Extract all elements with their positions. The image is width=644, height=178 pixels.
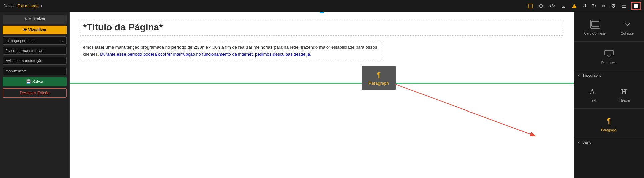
widget-text[interactable]: A Text <box>586 83 600 105</box>
page-text: emos fazer uma manutenção programada no … <box>80 41 382 61</box>
undo-button[interactable]: Desfazer Edição <box>3 88 67 98</box>
paragraph-tooltip: ¶ Paragraph <box>362 66 396 90</box>
typography-section-label: Typography <box>582 73 601 77</box>
widget-section-top: Card Container Collapse <box>574 12 644 42</box>
widget-row-1: Card Container Collapse <box>577 15 641 38</box>
device-label: Device <box>3 4 16 8</box>
main-layout: ∧ Minimizar 👁 Vizualizar tpl-page-post.h… <box>0 12 644 178</box>
collapse-label: Collapse <box>621 32 634 35</box>
svg-rect-12 <box>605 50 613 55</box>
paragraph-label: Paragraph <box>601 128 617 132</box>
widget-dropdown[interactable]: Dropdown <box>601 45 617 68</box>
svg-rect-2 <box>574 5 574 7</box>
svg-text:A: A <box>590 87 595 96</box>
basic-section-header[interactable]: ▼ Basic <box>574 138 644 146</box>
grid-icon[interactable] <box>631 2 641 10</box>
widget-collapse[interactable]: Collapse <box>621 15 634 38</box>
highlighted-text: Durante esse período poderá ocorrer inte… <box>100 52 311 57</box>
title-field[interactable]: Aviso de manututeção <box>3 57 67 65</box>
square-icon[interactable] <box>528 3 533 9</box>
basic-caret-icon: ▼ <box>577 141 580 144</box>
widget-section-dropdown: Dropdown <box>574 42 644 71</box>
left-panel: ∧ Minimizar 👁 Vizualizar tpl-page-post.h… <box>0 12 70 178</box>
card-container-icon <box>589 18 602 30</box>
right-panel: Card Container Collapse <box>574 12 644 178</box>
paragraph-icon: ¶ <box>602 115 615 127</box>
paragraph-tooltip-label: Paragraph <box>368 81 389 86</box>
canvas-top-indicator <box>320 12 324 13</box>
device-value: Extra Large <box>18 4 39 8</box>
widget-row-typography: A Text H Header <box>577 83 641 105</box>
widget-paragraph[interactable]: ¶ Paragraph <box>601 112 617 135</box>
typography-section-header[interactable]: ▼ Typography <box>574 71 644 79</box>
canvas-area: *Título da Página* emos fazer uma manute… <box>70 12 574 178</box>
keyword-field[interactable]: manutenção <box>3 67 67 75</box>
svg-line-9 <box>382 79 536 136</box>
svg-rect-11 <box>592 21 599 26</box>
save-button[interactable]: 💾 Salvar <box>3 77 67 86</box>
header-label: Header <box>619 99 630 102</box>
svg-rect-0 <box>528 4 532 8</box>
settings-icon[interactable]: ⚙ <box>611 3 616 9</box>
dropdown-label: Dropdown <box>601 61 617 65</box>
dropdown-icon <box>602 48 616 60</box>
widget-card-container[interactable]: Card Container <box>584 15 607 38</box>
basic-section-label: Basic <box>582 140 591 144</box>
top-toolbar: Device Extra Large ▾ </> ↺ ↻ ✏ ⚙ ☰ <box>0 0 644 12</box>
device-selector[interactable]: Device Extra Large ▾ <box>3 4 42 8</box>
toolbar-icons: </> ↺ ↻ ✏ ⚙ ☰ <box>528 2 641 10</box>
paragraph-tooltip-icon: ¶ <box>368 71 389 79</box>
svg-rect-3 <box>574 7 574 7</box>
text-icon: A <box>586 85 600 97</box>
svg-text:H: H <box>621 87 627 96</box>
widget-section-typography: A Text H Header <box>574 79 644 109</box>
page-title: *Título da Página* <box>80 19 563 36</box>
minimize-button[interactable]: ∧ Minimizar <box>3 15 67 24</box>
device-arrow-icon: ▾ <box>41 4 42 8</box>
card-container-label: Card Container <box>584 32 607 35</box>
hamburger-icon[interactable]: ☰ <box>621 3 626 9</box>
svg-rect-6 <box>634 6 636 8</box>
header-icon: H <box>618 85 632 97</box>
svg-rect-4 <box>634 4 636 6</box>
collapse-icon <box>621 18 634 30</box>
green-divider-line <box>70 83 574 84</box>
download-icon[interactable] <box>561 3 566 9</box>
widget-header[interactable]: H Header <box>618 83 632 105</box>
widget-row-paragraph: ¶ Paragraph <box>577 112 641 135</box>
url-field[interactable]: /aviso-de-manututecao <box>3 47 67 55</box>
typography-caret-icon: ▼ <box>577 74 580 77</box>
svg-rect-5 <box>636 4 638 6</box>
text-label: Text <box>590 99 596 102</box>
undo-icon[interactable]: ↺ <box>582 3 587 9</box>
move-icon[interactable] <box>538 3 544 9</box>
page-text-content: emos fazer uma manutenção programada no … <box>83 45 377 57</box>
redo-icon[interactable]: ↻ <box>592 3 596 9</box>
widget-section-paragraph: ¶ Paragraph <box>574 109 644 138</box>
warning-icon[interactable] <box>572 3 577 9</box>
template-field[interactable]: tpl-page-post.html ⌄ <box>3 36 67 45</box>
canvas-content: *Título da Página* emos fazer uma manute… <box>70 12 574 68</box>
preview-button[interactable]: 👁 Vizualizar <box>3 26 67 34</box>
svg-rect-1 <box>562 7 565 8</box>
svg-rect-7 <box>636 6 638 8</box>
widget-row-dropdown: Dropdown <box>577 45 641 68</box>
pencil-icon[interactable]: ✏ <box>602 3 606 9</box>
code-icon[interactable]: </> <box>549 3 555 8</box>
template-arrow-icon: ⌄ <box>61 38 64 43</box>
